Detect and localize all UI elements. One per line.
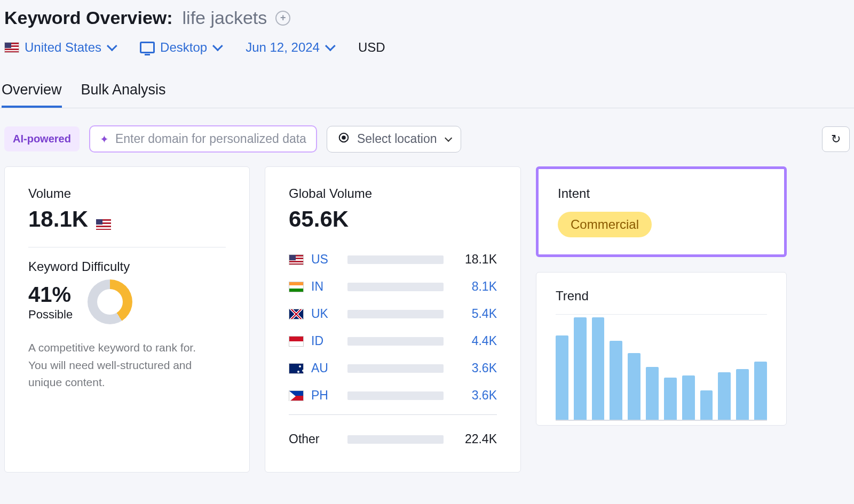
tab-bulk-analysis[interactable]: Bulk Analysis [81, 82, 166, 108]
chevron-down-icon [445, 134, 452, 141]
intent-label: Intent [558, 186, 765, 201]
trend-bar [664, 378, 677, 420]
svg-point-1 [342, 136, 345, 139]
date-filter-label: Jun 12, 2024 [246, 40, 320, 55]
trend-bar [736, 369, 749, 420]
trend-label: Trend [556, 289, 767, 303]
country-row-other: Other22.4K [289, 420, 497, 453]
other-label: Other [289, 432, 342, 446]
intent-card: Intent Commercial [536, 166, 787, 257]
country-volume-value: 3.6K [449, 361, 497, 375]
trend-bar [700, 390, 713, 420]
us-flag-icon [289, 254, 304, 265]
refresh-button[interactable]: ↻ [822, 126, 850, 152]
trend-bar [610, 341, 622, 420]
country-volume-value: 18.1K [449, 252, 497, 267]
volume-card: Volume 18.1K Keyword Difficulty 41% Poss… [4, 166, 250, 473]
country-volume-value: 8.1K [449, 279, 497, 294]
us-flag-icon [96, 219, 111, 230]
trend-card: Trend [536, 272, 787, 426]
trend-bar [574, 317, 587, 420]
au-flag-icon [289, 363, 304, 374]
trend-bar [628, 353, 640, 420]
volume-bar [347, 283, 444, 291]
kd-percent: 41% [28, 283, 73, 307]
in-flag-icon [289, 282, 304, 292]
currency-label: USD [358, 40, 385, 55]
volume-bar [347, 391, 444, 400]
intent-value-badge: Commercial [558, 212, 652, 237]
trend-bar [682, 375, 695, 420]
country-volume-value: 3.6K [449, 388, 497, 403]
sparkle-icon: ✦ [100, 133, 109, 146]
volume-bar [347, 310, 444, 318]
country-filter-label: United States [25, 40, 101, 55]
country-code-link[interactable]: UK [311, 307, 342, 321]
chevron-down-icon [212, 41, 223, 51]
id-flag-icon [289, 336, 304, 347]
trend-bar [592, 317, 605, 420]
country-filter[interactable]: United States [4, 40, 114, 55]
refresh-icon: ↻ [831, 132, 841, 146]
global-volume-card: Global Volume 65.6K US18.1KIN8.1KUK5.4KI… [265, 166, 521, 473]
kd-label: Keyword Difficulty [28, 259, 226, 274]
domain-input[interactable]: ✦ Enter domain for personalized data [89, 125, 317, 153]
date-filter[interactable]: Jun 12, 2024 [246, 40, 333, 55]
chevron-down-icon [107, 41, 117, 51]
volume-bar [347, 337, 444, 346]
country-volume-value: 5.4K [449, 307, 497, 321]
pin-icon [338, 132, 350, 147]
global-volume-label: Global Volume [289, 186, 497, 201]
country-row: PH3.6K [289, 382, 497, 409]
add-keyword-button[interactable]: + [275, 11, 290, 26]
trend-bar [754, 362, 767, 420]
country-code-link[interactable]: ID [311, 334, 342, 348]
kd-sublabel: Possible [28, 308, 73, 322]
country-row: IN8.1K [289, 273, 497, 300]
country-code-link[interactable]: IN [311, 279, 342, 294]
domain-input-placeholder: Enter domain for personalized data [115, 132, 306, 146]
country-code-link[interactable]: US [311, 252, 342, 267]
uk-flag-icon [289, 309, 304, 319]
trend-bar [646, 367, 659, 420]
global-volume-value: 65.6K [289, 206, 497, 232]
country-row: AU3.6K [289, 355, 497, 382]
trend-bar [718, 372, 731, 420]
volume-bar [347, 255, 444, 264]
volume-bar [347, 364, 444, 373]
country-row: US18.1K [289, 246, 497, 273]
location-select-label: Select location [357, 132, 437, 146]
device-filter[interactable]: Desktop [140, 40, 220, 55]
country-code-link[interactable]: PH [311, 388, 342, 403]
country-code-link[interactable]: AU [311, 361, 342, 375]
ai-powered-badge: AI-powered [4, 126, 80, 151]
ph-flag-icon [289, 390, 304, 401]
country-row: UK5.4K [289, 300, 497, 327]
country-row: ID4.4K [289, 327, 497, 355]
kd-description: A competitive keyword to rank for. You w… [28, 339, 215, 391]
chevron-down-icon [325, 41, 336, 51]
country-volume-value: 4.4K [449, 334, 497, 348]
volume-value: 18.1K [28, 206, 88, 231]
kd-donut-chart [88, 279, 132, 324]
device-filter-label: Desktop [160, 40, 207, 55]
trend-bar-chart [556, 314, 767, 421]
us-flag-icon [4, 42, 19, 53]
tabs: Overview Bulk Analysis [0, 60, 854, 108]
trend-bar [556, 335, 568, 420]
tab-overview[interactable]: Overview [2, 82, 62, 108]
volume-label: Volume [28, 186, 226, 201]
other-volume-value: 22.4K [449, 432, 497, 446]
volume-bar [347, 435, 444, 444]
page-title-keyword: life jackets [183, 7, 267, 28]
desktop-icon [140, 42, 155, 53]
page-title-prefix: Keyword Overview: [4, 7, 173, 28]
location-select[interactable]: Select location [327, 126, 461, 153]
